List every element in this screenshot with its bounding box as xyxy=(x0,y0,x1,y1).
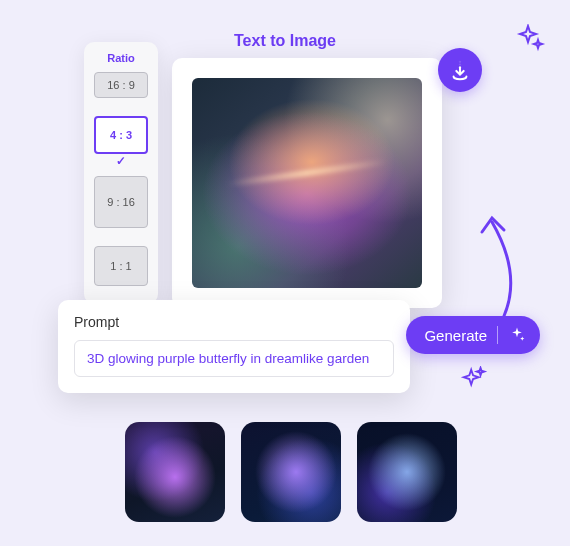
prompt-card: Prompt 3D glowing purple butterfly in dr… xyxy=(58,300,410,393)
page-title: Text to Image xyxy=(234,32,336,50)
generate-button[interactable]: Generate xyxy=(406,316,540,354)
image-canvas xyxy=(172,58,442,308)
ratio-option-4-3[interactable]: 4 : 3 xyxy=(94,116,148,154)
curved-arrow-icon xyxy=(464,204,528,328)
download-button[interactable] xyxy=(438,48,482,92)
thumbnail-2[interactable] xyxy=(241,422,341,522)
generate-label: Generate xyxy=(424,327,487,344)
sparkle-icon xyxy=(460,366,488,398)
generated-image[interactable] xyxy=(192,78,422,288)
wand-sparkle-icon xyxy=(508,326,526,344)
download-icon xyxy=(449,59,471,81)
ratio-option-16-9[interactable]: 16 : 9 xyxy=(94,72,148,98)
divider xyxy=(497,326,498,344)
ratio-option-1-1[interactable]: 1 : 1 xyxy=(94,246,148,286)
prompt-input[interactable]: 3D glowing purple butterfly in dreamlike… xyxy=(74,340,394,377)
thumbnail-row xyxy=(125,422,457,522)
prompt-label: Prompt xyxy=(74,314,394,330)
ratio-panel: Ratio 16 : 9 4 : 3 9 : 16 1 : 1 xyxy=(84,42,158,304)
thumbnail-1[interactable] xyxy=(125,422,225,522)
ratio-option-9-16[interactable]: 9 : 16 xyxy=(94,176,148,228)
ratio-label: Ratio xyxy=(94,52,148,64)
thumbnail-3[interactable] xyxy=(357,422,457,522)
sparkle-icon xyxy=(516,24,546,58)
